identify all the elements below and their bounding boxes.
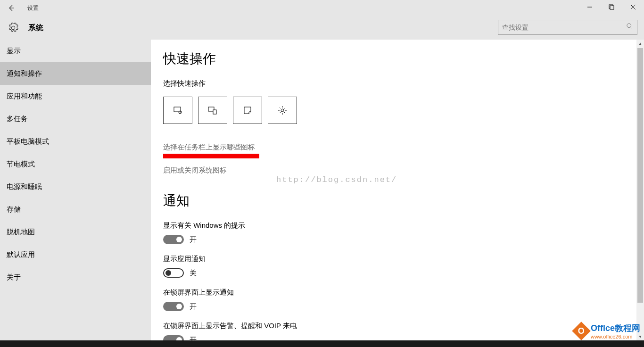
toggle-label: 显示有关 Windows 的提示	[163, 221, 575, 230]
gear-icon	[5, 23, 22, 33]
sidebar-item-apps[interactable]: 应用和功能	[0, 85, 151, 107]
sidebar-item-tablet[interactable]: 平板电脑模式	[0, 130, 151, 153]
svg-rect-2	[610, 6, 614, 9]
maximize-button[interactable]	[601, 0, 622, 14]
window-title: 设置	[27, 4, 39, 12]
logo-text-2: www.office26.com	[591, 334, 640, 339]
toggle-label: 在锁屏界面上显示通知	[163, 288, 575, 297]
window-controls	[579, 0, 644, 14]
toggle-windows-tips: 显示有关 Windows 的提示 开	[163, 221, 575, 244]
sidebar-item-maps[interactable]: 脱机地图	[0, 221, 151, 243]
toggle-label: 显示应用通知	[163, 255, 575, 264]
notifications-heading: 通知	[163, 192, 575, 210]
quick-action-tiles	[163, 97, 575, 124]
tile-tablet[interactable]	[163, 97, 192, 124]
scrollbar[interactable]: ▲ ▼	[636, 40, 644, 340]
sidebar-item-power[interactable]: 电源和睡眠	[0, 175, 151, 198]
tile-note[interactable]	[233, 97, 262, 124]
sidebar-item-battery[interactable]: 节电模式	[0, 153, 151, 175]
header: 系统	[0, 16, 644, 40]
settings-icon	[277, 105, 288, 116]
sidebar-item-display[interactable]: 显示	[0, 40, 151, 62]
toggle-label: 在锁屏界面上显示告警、提醒和 VOIP 来电	[163, 322, 575, 330]
minimize-button[interactable]	[579, 0, 601, 14]
svg-point-12	[281, 109, 284, 112]
logo-badge: O	[572, 322, 591, 340]
arrow-left-icon	[7, 3, 16, 13]
toggle-state-text: 关	[190, 269, 197, 278]
toggle-switch[interactable]	[163, 335, 184, 340]
search-input[interactable]	[502, 24, 627, 31]
sidebar-item-default-apps[interactable]: 默认应用	[0, 243, 151, 266]
toggle-switch[interactable]	[163, 235, 184, 244]
link-taskbar-icons[interactable]: 选择在任务栏上显示哪些图标	[163, 143, 255, 152]
toggle-state-text: 开	[190, 302, 197, 311]
logo-text-1: Office教程网	[591, 322, 640, 334]
watermark-text: http://blog.csdn.net/	[276, 175, 397, 184]
note-icon	[242, 105, 253, 116]
sidebar-item-storage[interactable]: 存储	[0, 198, 151, 221]
scrollbar-thumb[interactable]	[637, 48, 643, 303]
svg-line-6	[631, 27, 633, 29]
main: 显示 通知和操作 应用和功能 多任务 平板电脑模式 节电模式 电源和睡眠 存储 …	[0, 40, 644, 340]
logo-watermark: O Office教程网 www.office26.com	[575, 322, 640, 339]
sidebar-item-notifications[interactable]: 通知和操作	[0, 62, 151, 85]
toggle-state-text: 开	[190, 235, 197, 244]
tile-connect[interactable]	[198, 97, 227, 124]
svg-rect-11	[213, 110, 216, 114]
toggle-lockscreen-alerts: 在锁屏界面上显示告警、提醒和 VOIP 来电 开	[163, 322, 575, 340]
back-button[interactable]	[0, 0, 23, 16]
highlight-underline	[163, 154, 259, 158]
sidebar-item-about[interactable]: 关于	[0, 266, 151, 289]
toggle-lockscreen-notifications: 在锁屏界面上显示通知 开	[163, 288, 575, 311]
tablet-icon	[172, 105, 183, 116]
sidebar: 显示 通知和操作 应用和功能 多任务 平板电脑模式 节电模式 电源和睡眠 存储 …	[0, 40, 151, 340]
connect-icon	[207, 105, 218, 116]
close-button[interactable]	[622, 0, 644, 14]
scroll-up-icon[interactable]: ▲	[636, 40, 644, 47]
search-box[interactable]	[498, 20, 637, 35]
choose-quick-actions-label: 选择快速操作	[163, 79, 575, 88]
toggle-switch[interactable]	[163, 302, 184, 311]
svg-point-5	[627, 24, 631, 28]
sidebar-item-multitask[interactable]: 多任务	[0, 107, 151, 130]
header-title: 系统	[28, 23, 43, 33]
tile-settings[interactable]	[268, 97, 297, 124]
search-icon	[627, 23, 633, 32]
taskbar	[0, 340, 644, 347]
toggle-app-notifications: 显示应用通知 关	[163, 255, 575, 278]
toggle-state-text: 开	[190, 336, 197, 341]
content-area: 快速操作 选择快速操作 选择在任务栏上显示哪些图标 启用或关闭系统图标 通知 显…	[151, 40, 644, 340]
link-system-icons[interactable]: 启用或关闭系统图标	[163, 166, 227, 175]
titlebar: 设置	[0, 0, 644, 16]
quick-actions-heading: 快速操作	[163, 50, 575, 68]
toggle-switch[interactable]	[163, 268, 184, 278]
